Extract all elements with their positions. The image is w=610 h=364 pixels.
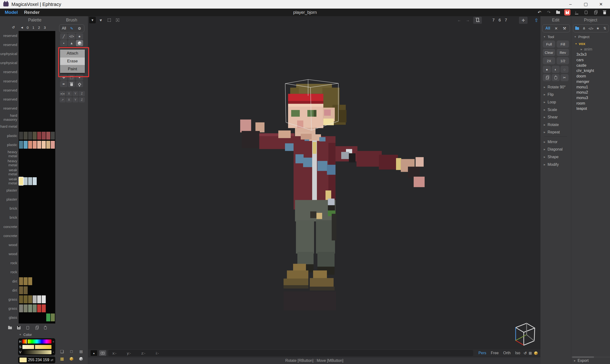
select-all-icon[interactable]: [114, 17, 121, 23]
palette-file-button[interactable]: [16, 325, 21, 330]
viewport-canvas[interactable]: ▼ ➤ ← → 7 6 7 ✛ ⇧: [88, 16, 540, 349]
edit-tab[interactable]: All: [545, 26, 551, 30]
palette-page-3[interactable]: 3: [42, 26, 48, 29]
project-tab[interactable]: ⇅: [602, 26, 608, 30]
menu-action-button[interactable]: [555, 9, 561, 15]
export-section-header[interactable]: ▶ Export: [574, 359, 589, 363]
display-toggle-button[interactable]: [79, 356, 83, 361]
menu-action-button[interactable]: ↷: [546, 9, 552, 15]
palette-file-button[interactable]: [25, 325, 30, 330]
display-toggle-button[interactable]: □: [69, 349, 74, 354]
edit-section-header[interactable]: ▶Diagonal: [540, 146, 571, 153]
tree-item-vox[interactable]: ▼ vox: [571, 41, 610, 47]
expand-console-button[interactable]: ▲: [91, 350, 97, 356]
voxel-mode-menu-item[interactable]: Attach: [60, 50, 85, 57]
tree-item-anim[interactable]: ▶ anim: [571, 47, 610, 52]
hue-slider[interactable]: [22, 339, 52, 343]
reset-view-icon[interactable]: ↺: [523, 351, 527, 355]
edit-section-header[interactable]: ▶Mirror: [540, 138, 571, 146]
color-swatch[interactable]: [37, 295, 41, 303]
color-swatch[interactable]: [28, 295, 32, 303]
brush-tool-button[interactable]: ╱: [60, 33, 67, 39]
menu-action-button[interactable]: [592, 9, 598, 15]
color-swatch[interactable]: [33, 295, 37, 303]
color-swatch[interactable]: [19, 141, 23, 149]
project-tab[interactable]: </>: [588, 26, 594, 30]
color-swatch[interactable]: [42, 141, 46, 149]
swap-color-icon[interactable]: ⇄: [51, 358, 55, 362]
edit-section-header[interactable]: ▶Shear: [540, 113, 571, 121]
color-swatch[interactable]: [28, 304, 32, 312]
tree-item[interactable]: monu1: [571, 85, 610, 90]
tool-button[interactable]: 2X: [543, 57, 555, 64]
palette-page-0[interactable]: 0: [25, 26, 30, 29]
voxel-mode-menu-item[interactable]: Paint: [60, 65, 85, 73]
scrollbar-thumb[interactable]: [572, 356, 594, 358]
color-swatch[interactable]: [24, 177, 28, 185]
upload-model-button[interactable]: ⇧: [533, 17, 539, 23]
edit-section-header[interactable]: ▶Flip: [540, 91, 571, 99]
palette-page-2[interactable]: 2: [36, 26, 42, 29]
brush-tool-button[interactable]: ✶: [76, 74, 83, 80]
brush-tool-button[interactable]: </>: [68, 33, 75, 39]
display-toggle-button[interactable]: ⊞: [79, 349, 83, 354]
color-section-header[interactable]: ▼ Color: [19, 333, 32, 337]
menu-action-button[interactable]: [564, 9, 571, 15]
palette-page-1[interactable]: 1: [30, 26, 36, 29]
edit-tab[interactable]: ✕: [553, 26, 559, 31]
tree-item[interactable]: monu2: [571, 90, 610, 95]
tree-item[interactable]: teapot: [571, 106, 610, 112]
menu-action-button[interactable]: [573, 9, 580, 15]
view-dropdown-button[interactable]: ▼: [89, 17, 96, 23]
edit-section-header[interactable]: ▶Scale: [540, 106, 571, 114]
palette-prev-icon[interactable]: ◀: [19, 26, 25, 29]
tree-item[interactable]: castle: [571, 63, 610, 68]
axis-mode-button[interactable]: ↗: [60, 97, 65, 103]
tool-section-header[interactable]: ▼ Tool: [543, 35, 554, 39]
color-swatch[interactable]: [33, 177, 37, 185]
mirror-axis-button[interactable]: Y: [72, 91, 78, 96]
clipboard-button[interactable]: ✂: [560, 74, 569, 81]
display-toggle-button[interactable]: ❏: [60, 349, 64, 354]
camera-mode-button[interactable]: Free: [491, 351, 499, 355]
mode-tab[interactable]: Model: [5, 10, 18, 15]
edit-section-header[interactable]: ▶Rotate 90°: [540, 83, 571, 91]
orientation-cube[interactable]: [510, 320, 536, 348]
color-menu-icon[interactable]: ≡: [52, 340, 55, 343]
menu-action-button[interactable]: [583, 9, 589, 15]
color-swatch[interactable]: [24, 277, 28, 285]
color-swatch[interactable]: [19, 132, 23, 140]
edit-tab[interactable]: ⚒: [561, 26, 568, 31]
color-swatch[interactable]: [24, 295, 28, 303]
color-swatch[interactable]: [19, 286, 23, 294]
screenshot-button[interactable]: [99, 350, 106, 356]
history-back-icon[interactable]: ←: [456, 18, 462, 22]
palette-file-button[interactable]: [34, 325, 39, 330]
menu-action-button[interactable]: ↶: [536, 9, 543, 15]
brush-shape-button[interactable]: ●: [543, 66, 551, 73]
color-swatch[interactable]: [42, 132, 46, 140]
edit-section-header[interactable]: ▶Rotate: [540, 121, 571, 129]
color-swatch[interactable]: [19, 295, 23, 303]
project-tab[interactable]: [574, 27, 580, 30]
axis-mode-button[interactable]: Z: [79, 97, 85, 103]
brush-mode-tab[interactable]: ✎: [69, 26, 75, 31]
display-toggle-button[interactable]: ▦: [60, 356, 64, 361]
edit-section-header[interactable]: ▶Shape: [540, 153, 571, 161]
color-swatch[interactable]: [28, 277, 32, 285]
brush-shape-button[interactable]: ◌: [560, 66, 569, 73]
color-swatch[interactable]: [46, 313, 50, 321]
color-swatch[interactable]: [24, 141, 28, 149]
color-swatch[interactable]: [24, 286, 28, 294]
shaded-view-icon[interactable]: [534, 351, 538, 355]
camera-mode-button[interactable]: Orth: [503, 351, 511, 355]
color-swatch[interactable]: [19, 304, 23, 312]
tool-button[interactable]: Fill: [557, 40, 569, 48]
menu-action-button[interactable]: [601, 9, 608, 15]
color-swatch[interactable]: [33, 141, 37, 149]
palette-file-button[interactable]: [8, 325, 13, 330]
brush-tool-button[interactable]: [68, 74, 75, 80]
axis-mode-button[interactable]: Y: [72, 97, 78, 103]
edit-section-header[interactable]: ▶Modify: [540, 161, 571, 169]
color-swatch[interactable]: [46, 132, 50, 140]
